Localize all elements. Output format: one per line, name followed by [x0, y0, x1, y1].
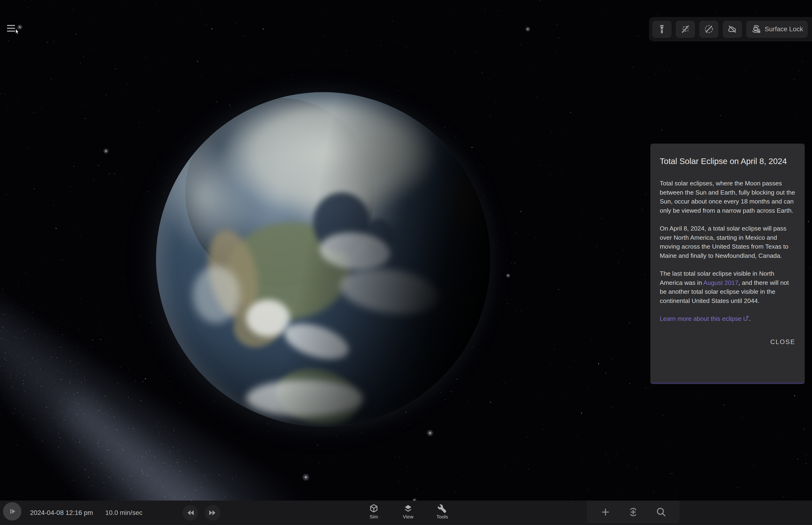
rewind-icon [186, 508, 195, 518]
trails-toggle-button[interactable] [676, 21, 695, 38]
surface-lock-label: Surface Lock [765, 25, 803, 33]
panel-title: Total Solar Eclipse on April 8, 2024 [660, 155, 790, 167]
fast-forward-button[interactable] [205, 505, 220, 521]
timeline-bar: 2024-04-08 12:16 pm 10.0 min/sec Sim Vie… [0, 500, 812, 525]
play-pause-button[interactable] [3, 502, 21, 521]
play-icon [7, 507, 17, 516]
sim-datetime[interactable]: 2024-04-08 12:16 pm [30, 500, 93, 525]
eclipse-info-panel: Total Solar Eclipse on April 8, 2024 Tot… [650, 144, 805, 384]
fast-forward-icon [208, 508, 217, 518]
learn-more-link[interactable]: Learn more about this eclipse [660, 315, 749, 322]
flashlight-icon [657, 24, 667, 34]
add-button[interactable] [596, 503, 615, 522]
earth-globe[interactable] [156, 92, 491, 427]
mouse-cursor [16, 29, 20, 34]
close-button[interactable]: CLOSE [770, 339, 795, 346]
navigation-tools-cluster [587, 500, 679, 523]
earth-limb-shading [156, 92, 491, 427]
clouds-toggle-button[interactable] [723, 21, 742, 38]
flashlight-toggle-button[interactable] [652, 21, 672, 38]
surface-lock-button[interactable]: Surface Lock [746, 21, 808, 38]
panel-paragraph-3: The last total solar eclipse visible in … [660, 269, 795, 305]
hamburger-menu-button[interactable] [7, 25, 16, 32]
cube-icon [369, 504, 379, 513]
sim-speed-unit: min/sec [120, 500, 142, 525]
wrench-icon [438, 504, 447, 513]
layers-icon [403, 504, 413, 513]
sim-menu-button[interactable]: Sim [358, 503, 389, 520]
render-toggles-toolbar: Surface Lock [649, 17, 812, 41]
orbits-toggle-button[interactable] [699, 21, 719, 38]
external-link-icon [743, 315, 749, 321]
trails-off-icon [680, 24, 691, 34]
tools-menu-button[interactable]: Tools [427, 503, 458, 520]
search-icon [656, 507, 667, 518]
sim-menu-label: Sim [358, 514, 389, 520]
view-menu-label: View [393, 514, 424, 520]
hamburger-menu-icon [7, 25, 15, 26]
panel-paragraph-1: Total solar eclipses, where the Moon pas… [660, 179, 795, 215]
august-2017-link[interactable]: August 2017 [703, 279, 738, 286]
sim-speed-value[interactable]: 10.0 [105, 500, 118, 525]
rewind-button[interactable] [183, 505, 198, 521]
cloud-off-icon [727, 24, 737, 34]
refocus-button[interactable] [624, 503, 643, 522]
orbit-off-icon [704, 24, 714, 34]
tools-menu-label: Tools [427, 514, 458, 520]
move-orbit-icon [628, 507, 639, 518]
panel-paragraph-2: On April 8, 2024, a total solar eclipse … [660, 224, 795, 260]
globe-sync-lock-icon [751, 24, 761, 34]
plus-icon [600, 507, 611, 518]
search-button[interactable] [652, 503, 671, 522]
view-menu-button[interactable]: View [393, 503, 424, 520]
learn-more-line: Learn more about this eclipse. [660, 314, 795, 324]
